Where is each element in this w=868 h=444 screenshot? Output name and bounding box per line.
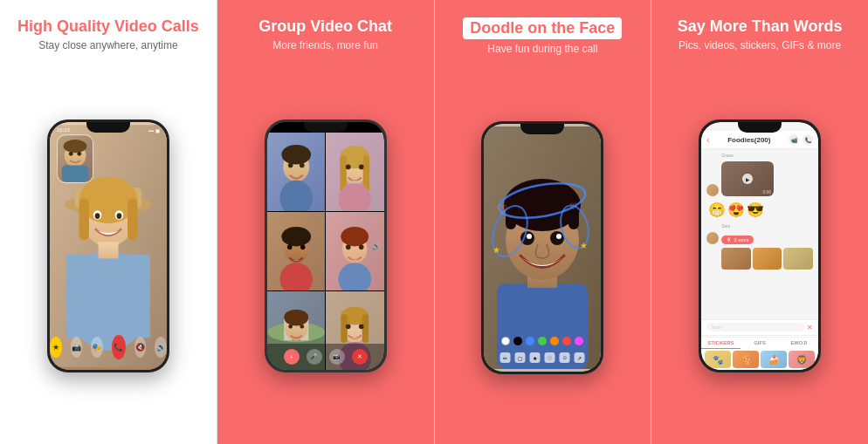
svg-text:♡: ♡ xyxy=(569,202,577,211)
panel-doodle: Doodle on the Face Have fun during the c… xyxy=(435,0,651,444)
sender-name-label: Grace xyxy=(721,153,813,158)
time-display: 16:23 xyxy=(57,127,70,133)
panel4-subtitle: Pics, videos, stickers, GIFs & more xyxy=(679,39,841,51)
brush-icon[interactable]: ✏ xyxy=(500,352,511,363)
star-button[interactable]: ★ xyxy=(50,337,62,358)
panel3-subtitle: Have fun during the call xyxy=(487,43,597,55)
panel3-title: Doodle on the Face xyxy=(463,17,622,39)
play-button[interactable]: ▶ xyxy=(742,174,753,184)
chat-messages-area: Grace ▶ 0:06 😁 😍 😎 xyxy=(701,149,818,319)
color-red[interactable] xyxy=(562,337,571,345)
svg-point-10 xyxy=(116,213,121,219)
svg-point-22 xyxy=(281,145,311,165)
doodle-face-svg: ♡ ♡ ★ ★ xyxy=(484,124,601,372)
back-button[interactable]: ‹ xyxy=(706,135,709,145)
mute-button[interactable]: 🔇 xyxy=(134,337,147,358)
voice-message-bubble: 🎙 3 secs xyxy=(721,236,754,244)
svg-point-75 xyxy=(556,234,561,239)
svg-point-74 xyxy=(527,234,532,239)
doodle-person-bg: ♡ ♡ ★ ★ xyxy=(484,124,601,372)
svg-rect-12 xyxy=(66,255,150,338)
svg-point-38 xyxy=(300,245,306,250)
panel2-title: Group Video Chat xyxy=(258,17,392,36)
svg-text:★: ★ xyxy=(493,245,500,255)
face-filter-icon[interactable]: ☺ xyxy=(560,352,570,363)
camera-button[interactable]: 📷 xyxy=(71,337,83,358)
sticker-4[interactable]: 🦁 xyxy=(789,351,815,368)
tab-gifs[interactable]: GIFS xyxy=(741,338,780,349)
panel-group-chat: Group Video Chat More friends, more fun xyxy=(217,0,434,444)
sticker-grid: 🐾 🍕 🍰 🦁 xyxy=(701,349,818,370)
group-end-btn[interactable]: ✕ xyxy=(352,349,368,365)
panel1-phone-wrapper: 16:23 ▪▪▪ ◼ ★ 📷 🎭 📞 🔇 🔊 xyxy=(47,62,169,430)
sticker-3[interactable]: 🍰 xyxy=(761,351,787,368)
group-add-btn[interactable]: + xyxy=(284,349,300,365)
svg-point-23 xyxy=(288,163,293,168)
close-button[interactable]: ✕ xyxy=(807,324,813,331)
color-blue[interactable] xyxy=(526,337,534,345)
food-images-strip xyxy=(721,248,813,270)
panel4-title: Say More Than Words xyxy=(678,17,843,36)
panel4-screen: ‹ Foodies(200) 📹 📞 Grace ▶ xyxy=(701,122,818,370)
sticker-2[interactable]: 🍕 xyxy=(733,351,759,368)
media-message-bubble: ▶ 0:06 xyxy=(721,161,774,196)
voice-duration: 3 secs xyxy=(734,237,748,242)
end-call-button[interactable]: 📞 xyxy=(112,335,126,359)
group-person-4 xyxy=(326,212,384,290)
svg-rect-5 xyxy=(79,198,88,240)
heart-icon[interactable]: ♡ xyxy=(545,352,555,363)
group-person-3 xyxy=(267,212,326,290)
voice-icon: 🎙 xyxy=(727,237,732,242)
svg-text:★: ★ xyxy=(580,241,588,250)
tab-emoji[interactable]: EMOJI xyxy=(779,338,818,349)
sender-name-label-2: Sam xyxy=(721,223,813,229)
color-white[interactable] xyxy=(501,337,510,345)
phone-notch xyxy=(86,122,130,133)
speaker-button[interactable]: 🔊 xyxy=(155,337,167,358)
voice-message-row: 🎙 3 secs xyxy=(706,232,813,244)
doodle-tool-icons: ✏ ◻ ★ ♡ ☺ ↗ xyxy=(500,352,585,363)
group-cell-4 xyxy=(326,212,384,290)
color-green[interactable] xyxy=(538,337,547,345)
svg-point-54 xyxy=(284,310,308,326)
svg-point-24 xyxy=(300,163,305,168)
group-mic-btn[interactable]: 🎤 xyxy=(307,349,322,365)
tab-stickers[interactable]: STICKERS xyxy=(701,338,741,349)
footer-divider xyxy=(701,335,818,336)
svg-rect-60 xyxy=(341,314,348,343)
chat-footer: Yum ✕ STICKERS GIFS EMOJI 🐾 🍕 🍰 🦁 xyxy=(701,319,818,370)
group-cell-1 xyxy=(267,133,326,211)
color-purple[interactable] xyxy=(575,337,583,345)
panel1-subtitle: Stay close anywhere, anytime xyxy=(38,39,177,51)
media-message-row: ▶ 0:06 xyxy=(706,161,813,196)
food-img-1 xyxy=(721,248,751,270)
color-orange[interactable] xyxy=(550,337,559,345)
group-cell-2 xyxy=(326,133,384,211)
panel2-subtitle: More friends, more fun xyxy=(272,39,378,51)
effects-button[interactable]: 🎭 xyxy=(91,337,103,358)
emoji-sunglasses: 😎 xyxy=(747,202,764,218)
panel-video-calls: High Quality Video Calls Stay close anyw… xyxy=(0,0,217,444)
chat-tabs: STICKERS GIFS EMOJI xyxy=(701,337,818,349)
group-controls-bar: + 🎤 📷 ✕ xyxy=(267,344,384,370)
sticker-1[interactable]: 🐾 xyxy=(705,351,731,368)
group-person-1 xyxy=(267,133,326,211)
panel-say-more: Say More Than Words Pics, videos, sticke… xyxy=(651,0,868,444)
sticker-doodle-icon[interactable]: ★ xyxy=(530,352,541,363)
svg-point-31 xyxy=(346,165,351,170)
svg-rect-13 xyxy=(98,242,118,258)
svg-point-32 xyxy=(359,165,364,170)
chat-input[interactable]: Yum xyxy=(706,323,804,331)
phone-notch-2 xyxy=(304,122,348,133)
share-icon[interactable]: ↗ xyxy=(575,352,585,363)
color-black[interactable] xyxy=(513,337,522,345)
chat-header-icons: 📹 📞 xyxy=(789,134,813,145)
group-cam-btn[interactable]: 📷 xyxy=(329,349,345,365)
voice-call-icon[interactable]: 📞 xyxy=(803,134,813,145)
eraser-icon[interactable]: ◻ xyxy=(515,352,526,363)
video-call-icon[interactable]: 📹 xyxy=(789,134,799,145)
small-video-svg xyxy=(58,135,93,182)
svg-point-16 xyxy=(64,140,87,153)
svg-point-55 xyxy=(288,324,293,329)
food-img-2 xyxy=(753,248,782,270)
